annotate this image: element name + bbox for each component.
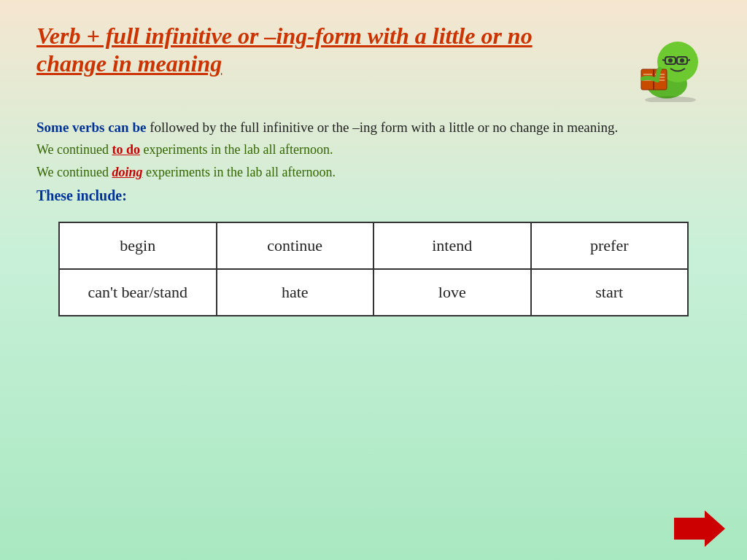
these-include-label: These include: [36,187,127,203]
table-row: can't bear/stand hate love start [59,269,688,316]
bold-intro: Some verbs can be [36,120,146,135]
next-arrow-container[interactable] [674,510,725,547]
example1-line: We continued to do experiments in the la… [36,142,333,157]
example1-highlight: to do [112,142,141,157]
svg-point-8 [680,58,684,63]
regular-intro: followed by the full infinitive or the –… [146,120,618,135]
title-area: Verb + full infinitive or –ing-form with… [36,22,711,102]
example1-before: We continued [36,142,112,157]
svg-point-7 [668,58,673,63]
table-row: begin continue intend prefer [59,222,688,269]
example2-before: We continued [36,165,112,179]
main-container: Verb + full infinitive or –ing-form with… [0,0,747,331]
table-cell: love [374,269,531,316]
page-title: Verb + full infinitive or –ing-form with… [36,22,605,78]
table-cell: continue [217,222,374,269]
example2-line: We continued doing experiments in the la… [36,165,336,179]
verb-table: begin continue intend prefer can't bear/… [58,222,689,316]
example2-highlight: doing [112,165,143,179]
svg-line-5 [662,60,665,61]
table-cell: begin [59,222,217,269]
table-cell: start [531,269,689,316]
table-cell: hate [217,269,374,316]
bookworm-illustration [623,22,711,102]
example1-after: experiments in the lab all afternoon. [140,142,333,157]
table-cell: prefer [531,222,689,269]
table-cell: can't bear/stand [59,269,217,316]
svg-line-6 [687,60,690,61]
verb-table-container: begin continue intend prefer can't bear/… [58,222,689,316]
example2-after: experiments in the lab all afternoon. [143,165,336,179]
description-area: Some verbs can be followed by the full i… [36,117,711,207]
next-arrow-icon[interactable] [674,510,725,547]
table-cell: intend [374,222,531,269]
svg-point-18 [645,96,696,102]
